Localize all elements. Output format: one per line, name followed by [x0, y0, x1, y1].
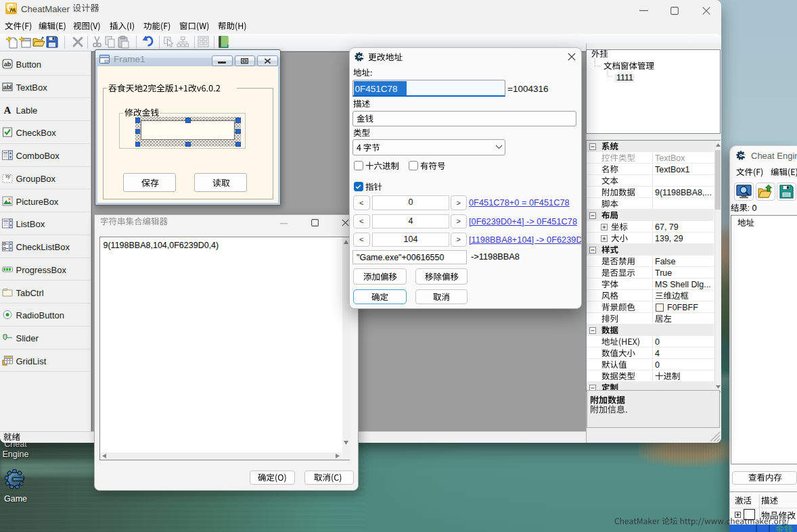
svg-text:ab: ab [4, 61, 12, 68]
svg-text:A: A [4, 105, 12, 116]
svg-text:xy: xy [5, 174, 11, 179]
svg-text:ab: ab [3, 84, 11, 91]
